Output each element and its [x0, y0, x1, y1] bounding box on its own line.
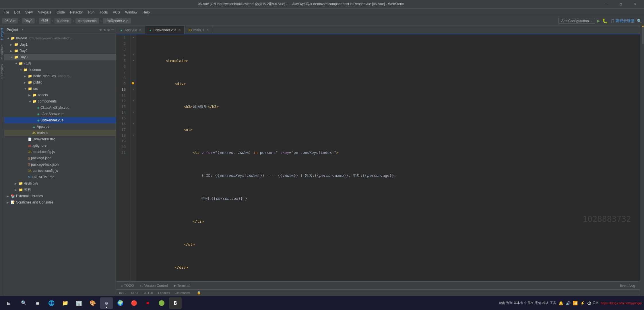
tree-item-listrender[interactable]: ◈ ListRender.vue	[4, 117, 116, 123]
taskbar-app6[interactable]: B	[169, 297, 182, 309]
breadcrumb-06vue[interactable]: 06-Vue	[2, 18, 18, 24]
taskbar-edge[interactable]: 🌐	[45, 297, 58, 309]
taskbar-extra-brush[interactable]: 毛笔	[535, 301, 541, 305]
close-button[interactable]: ✕	[629, 1, 642, 7]
taskbar-extra-card[interactable]: 基本卡	[514, 301, 523, 305]
locate-icon[interactable]: ⊕	[100, 28, 102, 32]
taskbar-search[interactable]: 🔍	[18, 297, 30, 309]
taskbar-webstorm[interactable]: ⚙	[100, 297, 113, 309]
tree-item-browserslistrc[interactable]: 📄 .browserslistrc	[4, 136, 116, 142]
tree-item-code[interactable]: ▼ 📁 代码	[4, 60, 116, 67]
taskbar-chrome[interactable]: 🌍	[114, 297, 127, 309]
breadcrumb-components[interactable]: components	[75, 18, 99, 24]
network-icon[interactable]: 📶	[573, 301, 578, 305]
tree-item-public[interactable]: ▶ 📁 public	[4, 79, 116, 86]
status-vcs[interactable]: Git: master	[174, 291, 190, 294]
global-search-icon[interactable]: 🔍	[637, 19, 642, 23]
settings-icon[interactable]: ⚙	[107, 28, 110, 32]
tree-item-packagejson[interactable]: {} package.json	[4, 155, 116, 161]
tree-item-gitignore[interactable]: git .gitignore	[4, 142, 116, 149]
menu-edit[interactable]: Edit	[12, 10, 22, 15]
structure-tab-sidebar[interactable]: 2: Structure	[0, 42, 4, 62]
breadcrumb-listrender[interactable]: ListRender.vue	[103, 18, 131, 24]
fold-arrow-1[interactable]: ▾	[131, 34, 136, 40]
status-indent[interactable]: 4 spaces	[157, 291, 170, 294]
menu-view[interactable]: View	[23, 10, 35, 15]
tab-mainjs[interactable]: JS main.js ✕	[185, 26, 212, 34]
tree-item-mainjs[interactable]: JS main.js	[4, 130, 116, 136]
tab-close-appvue[interactable]: ✕	[139, 28, 141, 32]
tree-item-classandstyle[interactable]: ◈ ClassAndStyle.vue	[4, 104, 116, 111]
csdn-link[interactable]: https://blog.csdn.net/qypingqi	[601, 301, 642, 305]
taskbar-extra-secret[interactable]: 秘诀	[542, 301, 549, 305]
tree-item-assets[interactable]: ▶ 📁 assets	[4, 92, 116, 98]
tree-item-scratches[interactable]: ▶ 📝 Scratches and Consoles	[4, 199, 116, 206]
fold-arrow-5[interactable]: ▾	[131, 57, 136, 63]
menu-refactor[interactable]: Refactor	[68, 10, 85, 15]
taskbar-app5[interactable]: 🟢	[155, 297, 168, 309]
tree-item-material[interactable]: ▶ 📁 资料	[4, 187, 116, 193]
close-panel-icon[interactable]: ─	[111, 28, 114, 32]
add-configuration-button[interactable]: Add Configuration...	[558, 18, 595, 24]
volume-icon[interactable]: 🔊	[566, 301, 571, 305]
breadcrumb-day3[interactable]: Day3	[22, 18, 35, 24]
tab-terminal[interactable]: ▶ Terminal	[171, 283, 193, 288]
power-icon[interactable]: ⚡	[580, 301, 585, 305]
taskbar-app3[interactable]: 🔴	[128, 297, 140, 309]
tab-versioncontrol[interactable]: ↑↓ Version Control	[137, 283, 170, 288]
tree-item-packagelockjson[interactable]: {} package-lock.json	[4, 161, 116, 168]
tree-item-day2[interactable]: ▶ 📁 Day2	[4, 48, 116, 54]
menu-window[interactable]: Window	[123, 10, 140, 15]
project-dropdown-icon[interactable]: ▾	[22, 28, 24, 32]
tab-listrender[interactable]: ▲ ListRender.vue ✕	[145, 26, 185, 34]
taskbar-app4[interactable]: ✖	[141, 297, 154, 309]
taskbar-taskview[interactable]: ▦	[31, 297, 44, 309]
shutdown-icon[interactable]: ⏻	[587, 301, 591, 305]
tree-item-lkdemo[interactable]: ▼ 📁 lk-demo	[4, 67, 116, 73]
menu-code[interactable]: Code	[54, 10, 67, 15]
minimize-button[interactable]: ─	[600, 1, 613, 7]
taskbar-extra-goto[interactable]: 到到	[506, 301, 513, 305]
taskbar-extra-tools[interactable]: 工具	[550, 301, 556, 305]
tree-item-day3[interactable]: ▼ 📁 Day3	[4, 54, 116, 60]
tree-item-postcssconfig[interactable]: JS postcss.config.js	[4, 168, 116, 174]
project-tab-sidebar[interactable]: 1: Project	[0, 26, 4, 42]
taskbar-app1[interactable]: 🎨	[86, 297, 99, 309]
tab-appvue[interactable]: ▲ App.vue ✕	[116, 26, 145, 34]
menu-vcs[interactable]: VCS	[110, 10, 122, 15]
favorites-tab-sidebar[interactable]: 3: Favorites	[0, 62, 4, 82]
tree-item-appvue[interactable]: ▲ App.vue	[4, 123, 116, 130]
fold-arrow-10[interactable]: ▾	[131, 86, 136, 92]
menu-navigate[interactable]: Navigate	[36, 10, 54, 15]
taskbar-explorer[interactable]: 📁	[59, 297, 71, 309]
fold-arrow-16[interactable]: ▾	[131, 121, 136, 126]
taskbar-extra-lang[interactable]: 中英文	[524, 301, 534, 305]
tree-item-ifandshow[interactable]: ◈ IfAndShow.vue	[4, 111, 116, 117]
breadcrumb-lkdemo[interactable]: lk-demo	[55, 18, 71, 24]
menu-tools[interactable]: Tools	[97, 10, 110, 15]
code-editor[interactable]: 1 2 3 4 5 6 7 8 9 10 11 12 13 14 15 16 1	[116, 34, 640, 281]
status-encoding[interactable]: UTF-8	[144, 291, 153, 294]
maximize-button[interactable]: □	[614, 1, 627, 7]
status-line-ending[interactable]: CRLF	[131, 291, 139, 294]
tree-item-backup[interactable]: ▶ 📁 备课代码	[4, 180, 116, 187]
tree-item-babelconfig[interactable]: JS babel.config.js	[4, 149, 116, 155]
tree-item-src[interactable]: ▼ 📁 src	[4, 86, 116, 92]
menu-help[interactable]: Help	[140, 10, 152, 15]
tree-item-external[interactable]: ▶ 📚 External Libraries	[4, 193, 116, 199]
notification-icon[interactable]: 🔔	[558, 301, 563, 305]
fold-arrow-18[interactable]: ▾	[131, 132, 136, 138]
taskbar-store[interactable]: 🏢	[73, 297, 85, 309]
breadcrumb-code[interactable]: 代码	[39, 18, 51, 24]
expand-icon[interactable]: ⇅	[104, 28, 106, 32]
menu-run[interactable]: Run	[86, 10, 97, 15]
menu-file[interactable]: File	[1, 10, 11, 15]
tree-item-readme[interactable]: MD README.md	[4, 174, 116, 180]
tab-todo[interactable]: ≡ TODO	[119, 283, 136, 288]
fold-arrow-4[interactable]: ▾	[131, 52, 136, 57]
tree-item-day1[interactable]: ▶ 📁 Day1	[4, 41, 116, 48]
tree-item-06vue[interactable]: ▼ 📁 06-Vue C:\Users\yejianhua\Desktop\S.…	[4, 35, 116, 41]
status-cursor-position[interactable]: 10:12	[119, 291, 127, 294]
tree-item-nodemodules[interactable]: ▶ 📁 node_modules library ro...	[4, 73, 116, 79]
tab-close-mainjs[interactable]: ✕	[206, 28, 209, 32]
